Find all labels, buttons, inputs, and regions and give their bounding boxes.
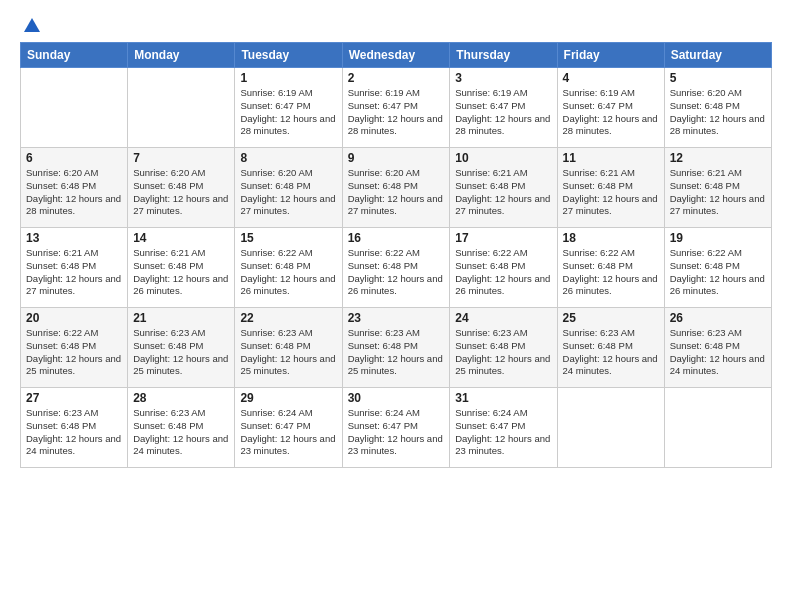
day-number: 31	[455, 391, 551, 405]
calendar-cell: 5Sunrise: 6:20 AM Sunset: 6:48 PM Daylig…	[664, 68, 771, 148]
calendar-week-row: 27Sunrise: 6:23 AM Sunset: 6:48 PM Dayli…	[21, 388, 772, 468]
svg-marker-0	[24, 18, 40, 32]
calendar-cell: 4Sunrise: 6:19 AM Sunset: 6:47 PM Daylig…	[557, 68, 664, 148]
day-number: 27	[26, 391, 122, 405]
day-info: Sunrise: 6:21 AM Sunset: 6:48 PM Dayligh…	[455, 167, 551, 218]
day-info: Sunrise: 6:24 AM Sunset: 6:47 PM Dayligh…	[240, 407, 336, 458]
calendar-cell: 13Sunrise: 6:21 AM Sunset: 6:48 PM Dayli…	[21, 228, 128, 308]
calendar-cell: 24Sunrise: 6:23 AM Sunset: 6:48 PM Dayli…	[450, 308, 557, 388]
calendar-cell: 28Sunrise: 6:23 AM Sunset: 6:48 PM Dayli…	[128, 388, 235, 468]
calendar-cell: 31Sunrise: 6:24 AM Sunset: 6:47 PM Dayli…	[450, 388, 557, 468]
day-number: 1	[240, 71, 336, 85]
calendar-cell: 17Sunrise: 6:22 AM Sunset: 6:48 PM Dayli…	[450, 228, 557, 308]
day-number: 18	[563, 231, 659, 245]
weekday-header-row: SundayMondayTuesdayWednesdayThursdayFrid…	[21, 43, 772, 68]
calendar-cell: 7Sunrise: 6:20 AM Sunset: 6:48 PM Daylig…	[128, 148, 235, 228]
day-info: Sunrise: 6:22 AM Sunset: 6:48 PM Dayligh…	[240, 247, 336, 298]
day-info: Sunrise: 6:21 AM Sunset: 6:48 PM Dayligh…	[563, 167, 659, 218]
calendar-cell: 21Sunrise: 6:23 AM Sunset: 6:48 PM Dayli…	[128, 308, 235, 388]
day-info: Sunrise: 6:23 AM Sunset: 6:48 PM Dayligh…	[133, 407, 229, 458]
weekday-header: Tuesday	[235, 43, 342, 68]
day-number: 17	[455, 231, 551, 245]
calendar-cell: 15Sunrise: 6:22 AM Sunset: 6:48 PM Dayli…	[235, 228, 342, 308]
calendar-cell: 22Sunrise: 6:23 AM Sunset: 6:48 PM Dayli…	[235, 308, 342, 388]
calendar-week-row: 13Sunrise: 6:21 AM Sunset: 6:48 PM Dayli…	[21, 228, 772, 308]
calendar-cell: 20Sunrise: 6:22 AM Sunset: 6:48 PM Dayli…	[21, 308, 128, 388]
day-info: Sunrise: 6:19 AM Sunset: 6:47 PM Dayligh…	[563, 87, 659, 138]
day-info: Sunrise: 6:20 AM Sunset: 6:48 PM Dayligh…	[670, 87, 766, 138]
day-info: Sunrise: 6:19 AM Sunset: 6:47 PM Dayligh…	[240, 87, 336, 138]
weekday-header: Saturday	[664, 43, 771, 68]
calendar-cell: 16Sunrise: 6:22 AM Sunset: 6:48 PM Dayli…	[342, 228, 450, 308]
day-info: Sunrise: 6:22 AM Sunset: 6:48 PM Dayligh…	[455, 247, 551, 298]
day-info: Sunrise: 6:24 AM Sunset: 6:47 PM Dayligh…	[348, 407, 445, 458]
page: SundayMondayTuesdayWednesdayThursdayFrid…	[0, 0, 792, 612]
weekday-header: Monday	[128, 43, 235, 68]
day-number: 11	[563, 151, 659, 165]
day-number: 25	[563, 311, 659, 325]
day-number: 21	[133, 311, 229, 325]
day-number: 10	[455, 151, 551, 165]
day-number: 15	[240, 231, 336, 245]
calendar: SundayMondayTuesdayWednesdayThursdayFrid…	[20, 42, 772, 468]
calendar-cell: 11Sunrise: 6:21 AM Sunset: 6:48 PM Dayli…	[557, 148, 664, 228]
calendar-cell: 6Sunrise: 6:20 AM Sunset: 6:48 PM Daylig…	[21, 148, 128, 228]
day-info: Sunrise: 6:20 AM Sunset: 6:48 PM Dayligh…	[26, 167, 122, 218]
day-number: 19	[670, 231, 766, 245]
calendar-cell: 2Sunrise: 6:19 AM Sunset: 6:47 PM Daylig…	[342, 68, 450, 148]
calendar-cell: 18Sunrise: 6:22 AM Sunset: 6:48 PM Dayli…	[557, 228, 664, 308]
calendar-cell: 23Sunrise: 6:23 AM Sunset: 6:48 PM Dayli…	[342, 308, 450, 388]
day-info: Sunrise: 6:21 AM Sunset: 6:48 PM Dayligh…	[26, 247, 122, 298]
calendar-cell: 10Sunrise: 6:21 AM Sunset: 6:48 PM Dayli…	[450, 148, 557, 228]
day-number: 24	[455, 311, 551, 325]
day-info: Sunrise: 6:21 AM Sunset: 6:48 PM Dayligh…	[670, 167, 766, 218]
day-info: Sunrise: 6:22 AM Sunset: 6:48 PM Dayligh…	[563, 247, 659, 298]
calendar-cell: 3Sunrise: 6:19 AM Sunset: 6:47 PM Daylig…	[450, 68, 557, 148]
calendar-cell	[128, 68, 235, 148]
day-info: Sunrise: 6:23 AM Sunset: 6:48 PM Dayligh…	[455, 327, 551, 378]
calendar-cell: 29Sunrise: 6:24 AM Sunset: 6:47 PM Dayli…	[235, 388, 342, 468]
calendar-cell	[557, 388, 664, 468]
logo-icon	[23, 16, 41, 34]
day-number: 9	[348, 151, 445, 165]
day-info: Sunrise: 6:23 AM Sunset: 6:48 PM Dayligh…	[348, 327, 445, 378]
day-info: Sunrise: 6:20 AM Sunset: 6:48 PM Dayligh…	[240, 167, 336, 218]
calendar-cell: 1Sunrise: 6:19 AM Sunset: 6:47 PM Daylig…	[235, 68, 342, 148]
header	[20, 16, 772, 32]
day-number: 13	[26, 231, 122, 245]
calendar-cell: 25Sunrise: 6:23 AM Sunset: 6:48 PM Dayli…	[557, 308, 664, 388]
day-number: 20	[26, 311, 122, 325]
day-info: Sunrise: 6:19 AM Sunset: 6:47 PM Dayligh…	[348, 87, 445, 138]
day-info: Sunrise: 6:23 AM Sunset: 6:48 PM Dayligh…	[240, 327, 336, 378]
day-info: Sunrise: 6:20 AM Sunset: 6:48 PM Dayligh…	[133, 167, 229, 218]
weekday-header: Thursday	[450, 43, 557, 68]
day-number: 23	[348, 311, 445, 325]
day-number: 3	[455, 71, 551, 85]
calendar-cell: 12Sunrise: 6:21 AM Sunset: 6:48 PM Dayli…	[664, 148, 771, 228]
calendar-cell: 14Sunrise: 6:21 AM Sunset: 6:48 PM Dayli…	[128, 228, 235, 308]
calendar-cell	[664, 388, 771, 468]
calendar-cell: 30Sunrise: 6:24 AM Sunset: 6:47 PM Dayli…	[342, 388, 450, 468]
calendar-week-row: 20Sunrise: 6:22 AM Sunset: 6:48 PM Dayli…	[21, 308, 772, 388]
day-number: 28	[133, 391, 229, 405]
day-info: Sunrise: 6:22 AM Sunset: 6:48 PM Dayligh…	[670, 247, 766, 298]
day-number: 12	[670, 151, 766, 165]
weekday-header: Wednesday	[342, 43, 450, 68]
day-number: 5	[670, 71, 766, 85]
day-number: 22	[240, 311, 336, 325]
calendar-week-row: 1Sunrise: 6:19 AM Sunset: 6:47 PM Daylig…	[21, 68, 772, 148]
calendar-cell: 27Sunrise: 6:23 AM Sunset: 6:48 PM Dayli…	[21, 388, 128, 468]
calendar-cell: 9Sunrise: 6:20 AM Sunset: 6:48 PM Daylig…	[342, 148, 450, 228]
day-info: Sunrise: 6:20 AM Sunset: 6:48 PM Dayligh…	[348, 167, 445, 218]
calendar-cell: 26Sunrise: 6:23 AM Sunset: 6:48 PM Dayli…	[664, 308, 771, 388]
day-info: Sunrise: 6:22 AM Sunset: 6:48 PM Dayligh…	[348, 247, 445, 298]
day-info: Sunrise: 6:23 AM Sunset: 6:48 PM Dayligh…	[563, 327, 659, 378]
day-number: 4	[563, 71, 659, 85]
day-number: 2	[348, 71, 445, 85]
calendar-week-row: 6Sunrise: 6:20 AM Sunset: 6:48 PM Daylig…	[21, 148, 772, 228]
day-number: 16	[348, 231, 445, 245]
logo	[20, 16, 41, 32]
day-number: 14	[133, 231, 229, 245]
day-info: Sunrise: 6:23 AM Sunset: 6:48 PM Dayligh…	[133, 327, 229, 378]
day-info: Sunrise: 6:22 AM Sunset: 6:48 PM Dayligh…	[26, 327, 122, 378]
